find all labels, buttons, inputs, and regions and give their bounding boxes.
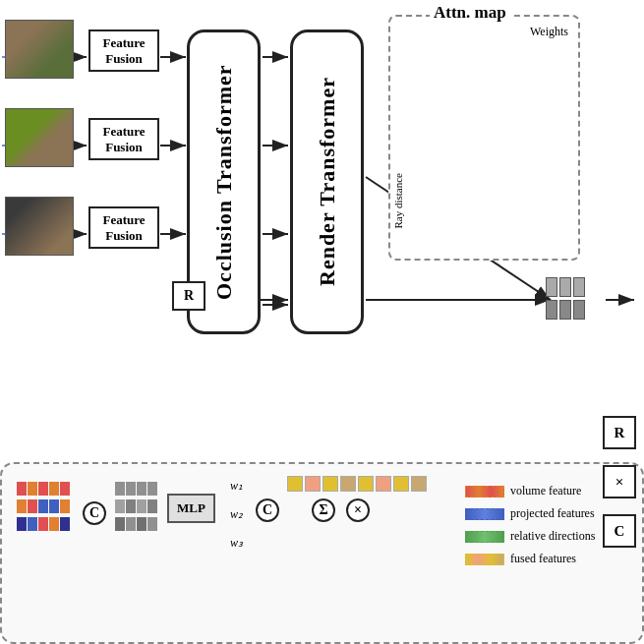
attn-map-title: Attn. map xyxy=(430,3,510,23)
legend-swatch-fused xyxy=(465,554,504,565)
bottom-mlp: MLP xyxy=(167,494,215,523)
weights-label: Weights xyxy=(530,25,568,39)
feature-fusion-box-2: Feature Fusion xyxy=(88,118,159,160)
bottom-section: C MLP xyxy=(0,462,644,644)
image-thumb-2 xyxy=(5,108,74,167)
feature-fusion-box-3: Feature Fusion xyxy=(88,206,159,249)
legend-swatch-vol xyxy=(465,486,504,498)
attention-map-box: Attn. map Weights Ray distance xyxy=(388,15,580,261)
mlp-main-area: MLP xyxy=(546,277,585,322)
main-diagram: Feature Fusion Feature Fusion Feature Fu… xyxy=(0,0,644,644)
sum-symbol: Σ xyxy=(312,498,335,522)
legend-swatch-proj xyxy=(465,508,504,520)
feature-fusion-box-1: Feature Fusion xyxy=(88,29,159,72)
projected-feature-strips xyxy=(115,482,157,535)
image-thumb-1 xyxy=(5,20,74,79)
x-symbol-box: × xyxy=(603,465,636,498)
concat-symbol-1: C xyxy=(83,501,106,525)
r-symbol-box: R xyxy=(603,416,636,449)
fused-feature-strip xyxy=(287,476,427,492)
render-transformer: Render Transformer xyxy=(290,29,364,334)
c-symbol-box: C xyxy=(603,514,636,548)
ray-distance-label: Ray distance xyxy=(392,173,404,229)
bottom-right-symbols: R × C xyxy=(603,416,636,556)
legend-swatch-rel xyxy=(465,531,504,543)
concat-symbol-2: C xyxy=(256,498,279,522)
weight-labels: w₁ w₂ w₃ xyxy=(230,479,243,551)
r-box: R xyxy=(172,281,205,311)
volume-feature-strips xyxy=(17,482,70,535)
multiply-symbol: × xyxy=(346,498,370,522)
image-thumb-3 xyxy=(5,197,74,256)
